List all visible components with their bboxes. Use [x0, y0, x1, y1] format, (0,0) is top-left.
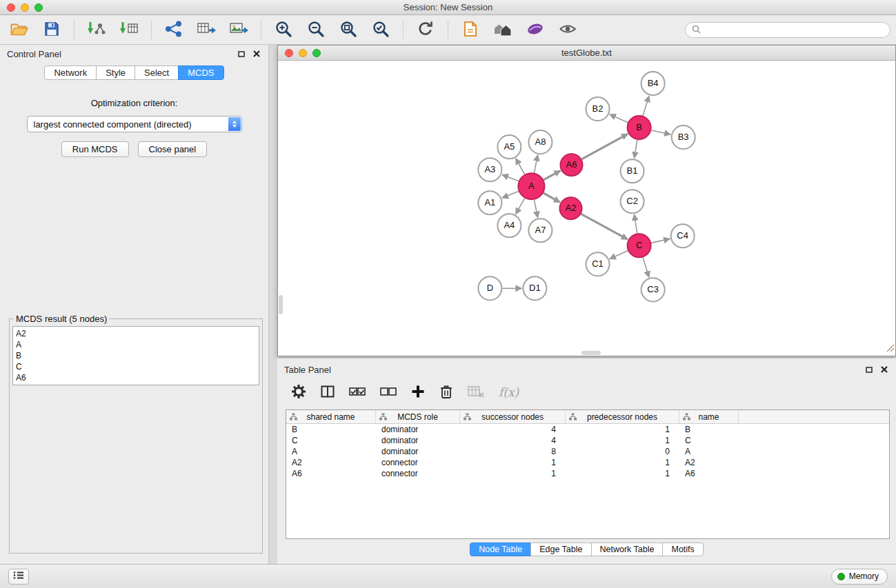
table-cell[interactable]: dominator: [376, 435, 460, 446]
graph-edge-B-B2[interactable]: [610, 114, 628, 123]
graph-edge-A-A8[interactable]: [534, 155, 537, 173]
new-network-button[interactable]: [161, 19, 186, 41]
graph-edge-B-B3[interactable]: [651, 130, 670, 134]
add-column-button[interactable]: [411, 385, 425, 401]
delete-column-button[interactable]: [439, 384, 453, 401]
table-tab-node-table[interactable]: Node Table: [470, 543, 531, 556]
mcds-result-item[interactable]: B: [16, 350, 256, 361]
column-header-mcds-role[interactable]: MCDS role: [376, 410, 460, 423]
graph-node-C4[interactable]: C4: [671, 224, 695, 247]
memory-button[interactable]: Memory: [831, 569, 888, 585]
table-cell[interactable]: A: [286, 446, 376, 457]
table-cell[interactable]: 1: [460, 468, 566, 479]
close-network-button[interactable]: [285, 49, 293, 57]
table-cell[interactable]: 1: [566, 424, 679, 435]
table-cell[interactable]: C: [286, 435, 376, 446]
graph-edge-C-C4[interactable]: [651, 239, 670, 243]
minimize-window-button[interactable]: [21, 3, 29, 12]
graph-node-C3[interactable]: C3: [641, 278, 665, 301]
zoom-fit-button[interactable]: [336, 19, 361, 41]
graph-node-A6[interactable]: A6: [560, 154, 582, 176]
graph-node-B[interactable]: B: [628, 116, 651, 139]
table-cell[interactable]: dominator: [376, 424, 460, 435]
home-button[interactable]: [490, 19, 515, 41]
table-row[interactable]: Cdominator41C: [286, 435, 889, 446]
close-panel-button[interactable]: Close panel: [138, 141, 208, 157]
graph-node-B4[interactable]: B4: [641, 72, 665, 95]
graph-edge-A-A3[interactable]: [502, 174, 519, 181]
table-cell[interactable]: 4: [460, 424, 566, 435]
open-document-button[interactable]: [458, 19, 483, 41]
graph-edge-A-A2[interactable]: [544, 193, 560, 202]
table-tab-edge-table[interactable]: Edge Table: [530, 543, 591, 556]
control-tab-mcds[interactable]: MCDS: [178, 65, 223, 80]
open-session-button[interactable]: [7, 19, 32, 41]
zoom-in-button[interactable]: [271, 19, 296, 41]
import-network-button[interactable]: [84, 19, 109, 41]
column-header-successor-nodes[interactable]: successor nodes: [460, 410, 566, 423]
graph-node-A4[interactable]: A4: [497, 214, 521, 237]
graph-node-A8[interactable]: A8: [528, 130, 552, 154]
table-cell[interactable]: 1: [566, 457, 679, 468]
refresh-view-button[interactable]: [413, 19, 438, 41]
table-cell[interactable]: 4: [460, 435, 566, 446]
table-row[interactable]: Adominator80A: [286, 446, 889, 457]
graph-node-B1[interactable]: B1: [621, 159, 644, 183]
mcds-result-item[interactable]: A2: [16, 328, 256, 339]
graph-node-D1[interactable]: D1: [523, 276, 546, 300]
graph-edge-A-A4[interactable]: [516, 199, 525, 214]
table-cell[interactable]: A6: [679, 468, 739, 479]
visual-properties-button[interactable]: [523, 19, 548, 41]
graph-node-A1[interactable]: A1: [478, 191, 501, 214]
zoom-out-button[interactable]: [303, 19, 328, 41]
horizontal-scrollbar[interactable]: [581, 351, 601, 355]
graph-node-D[interactable]: D: [478, 276, 501, 300]
graph-node-A[interactable]: A: [518, 173, 544, 199]
table-cell[interactable]: 1: [566, 435, 679, 446]
table-cell[interactable]: A2: [679, 457, 739, 468]
graph-edge-B-B4[interactable]: [643, 96, 649, 116]
panel-selector-button[interactable]: [8, 569, 29, 585]
table-cell[interactable]: 8: [460, 446, 566, 457]
table-cell[interactable]: B: [286, 424, 376, 435]
resize-grip[interactable]: [886, 343, 895, 355]
zoom-window-button[interactable]: [34, 3, 43, 12]
zoom-network-button[interactable]: [312, 49, 321, 57]
close-panel-icon[interactable]: [253, 49, 260, 59]
network-graph[interactable]: AA1A3A5A8A4A7A6A2BB1B2B3B4CC1C2C3C4DD1: [278, 61, 895, 356]
graph-node-B3[interactable]: B3: [672, 125, 695, 149]
zoom-selected-button[interactable]: [368, 19, 393, 41]
export-image-button[interactable]: [226, 19, 251, 41]
graph-node-C1[interactable]: C1: [586, 252, 609, 276]
show-columns-button[interactable]: [321, 385, 335, 401]
graph-edge-A-A5[interactable]: [516, 159, 525, 174]
control-tab-style[interactable]: Style: [96, 65, 135, 80]
mcds-result-item[interactable]: A: [16, 339, 256, 350]
table-settings-button[interactable]: [291, 384, 306, 401]
graph-node-A3[interactable]: A3: [478, 158, 501, 181]
graph-node-C[interactable]: C: [628, 234, 651, 257]
mcds-result-item[interactable]: C: [16, 361, 256, 372]
table-cell[interactable]: A: [679, 446, 739, 457]
table-cell[interactable]: 1: [460, 457, 566, 468]
network-canvas[interactable]: AA1A3A5A8A4A7A6A2BB1B2B3B4CC1C2C3C4DD1: [278, 61, 895, 356]
table-cell[interactable]: A2: [286, 457, 376, 468]
table-cell[interactable]: 1: [566, 468, 679, 479]
graph-node-C2[interactable]: C2: [621, 190, 644, 213]
column-header-shared-name[interactable]: shared name: [286, 410, 376, 423]
graph-node-B2[interactable]: B2: [586, 97, 609, 121]
graph-edge-A-A7[interactable]: [534, 200, 537, 218]
graph-edge-C-C1[interactable]: [610, 251, 628, 259]
graph-edge-A-A1[interactable]: [502, 192, 519, 199]
column-header-name[interactable]: name: [679, 410, 739, 423]
table-row[interactable]: A2connector11A2: [286, 457, 889, 468]
graph-edge-A2-C[interactable]: [581, 214, 627, 239]
table-row[interactable]: A6connector11A6: [286, 468, 889, 479]
column-header-predecessor-nodes[interactable]: predecessor nodes: [566, 410, 679, 423]
control-tab-network[interactable]: Network: [44, 65, 97, 80]
float-panel-icon[interactable]: [238, 49, 245, 59]
graph-edge-C-C2[interactable]: [634, 214, 637, 233]
table-cell[interactable]: B: [679, 424, 739, 435]
search-input[interactable]: [704, 26, 884, 35]
export-table-button[interactable]: [194, 19, 219, 41]
